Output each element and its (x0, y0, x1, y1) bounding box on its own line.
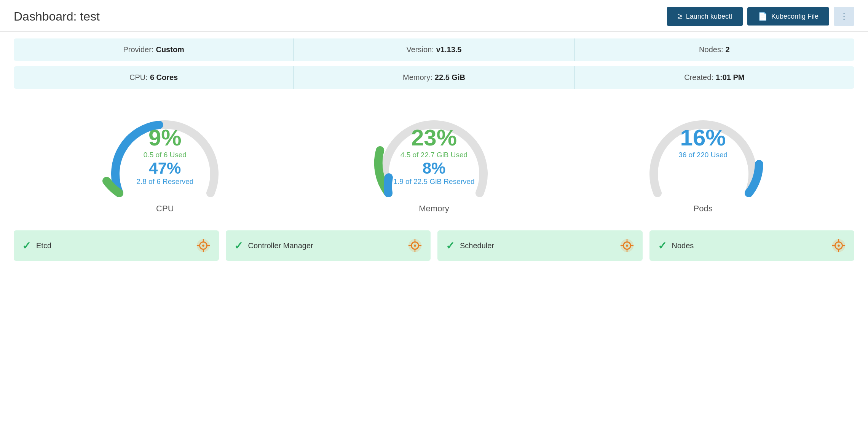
pods-gauge-text: 16% 36 of 220 Used (638, 125, 768, 159)
etcd-check-icon: ✓ (22, 240, 31, 252)
memory-reserved-detail: 1.9 of 22.5 GiB Reserved (369, 177, 499, 186)
svg-point-2 (202, 244, 204, 247)
nodes-grafana-icon (831, 238, 846, 253)
kubeconfig-button[interactable]: 📄 Kubeconfig File (747, 7, 829, 26)
nodes-item: Nodes: 2 (574, 38, 854, 61)
launch-kubectl-button[interactable]: ≥ Launch kubectl (667, 7, 743, 26)
memory-gauge-text: 23% 4.5 of 22.7 GiB Used 8% 1.9 of 22.5 … (369, 125, 499, 186)
controller-manager-label: Controller Manager (248, 241, 403, 250)
cpu-gauge: 9% 0.5 of 6 Used 47% 2.8 of 6 Reserved C… (58, 109, 271, 214)
memory-used-detail: 4.5 of 22.7 GiB Used (369, 151, 499, 159)
created-item: Created: 1:01 PM (574, 66, 854, 89)
cpu-item: CPU: 6 Cores (14, 66, 294, 89)
svg-point-16 (626, 244, 628, 247)
pods-gauge: 16% 36 of 220 Used Pods (597, 109, 810, 214)
controller-manager-grafana-icon (408, 238, 422, 253)
version-item: Version: v1.13.5 (294, 38, 574, 61)
memory-reserved-pct: 8% (369, 159, 499, 177)
pods-used-pct: 16% (638, 125, 768, 151)
info-bar-cluster: Provider: Custom Version: v1.13.5 Nodes:… (14, 38, 854, 61)
ellipsis-icon: ⋮ (840, 11, 848, 21)
status-bar: ✓ Etcd ✓ Controller Manager ✓ Scheduler (0, 230, 868, 261)
nodes-label: Nodes (672, 241, 827, 250)
header: Dashboard: test ≥ Launch kubectl 📄 Kubec… (0, 0, 868, 32)
scheduler-grafana-icon (620, 238, 634, 253)
cpu-used-pct: 9% (100, 125, 230, 151)
status-controller-manager: ✓ Controller Manager (226, 230, 431, 261)
etcd-label: Etcd (36, 241, 191, 250)
provider-item: Provider: Custom (14, 38, 294, 61)
controller-manager-check-icon: ✓ (234, 240, 243, 252)
cpu-used-detail: 0.5 of 6 Used (100, 151, 230, 159)
svg-point-23 (838, 244, 840, 247)
info-bars: Provider: Custom Version: v1.13.5 Nodes:… (0, 32, 868, 89)
etcd-grafana-icon (196, 238, 211, 253)
page-title: Dashboard: test (14, 10, 100, 24)
header-buttons: ≥ Launch kubectl 📄 Kubeconfig File ⋮ (667, 7, 854, 26)
gauges-section: 9% 0.5 of 6 Used 47% 2.8 of 6 Reserved C… (0, 94, 868, 225)
memory-used-pct: 23% (369, 125, 499, 151)
memory-item: Memory: 22.5 GiB (294, 66, 574, 89)
status-etcd: ✓ Etcd (14, 230, 219, 261)
cpu-gauge-text: 9% 0.5 of 6 Used 47% 2.8 of 6 Reserved (100, 125, 230, 186)
memory-gauge: 23% 4.5 of 22.7 GiB Used 8% 1.9 of 22.5 … (327, 109, 541, 214)
file-icon: 📄 (758, 12, 767, 21)
pods-gauge-wrapper: 16% 36 of 220 Used (638, 109, 768, 201)
pods-used-detail: 36 of 220 Used (638, 151, 768, 159)
scheduler-check-icon: ✓ (446, 240, 455, 252)
status-scheduler: ✓ Scheduler (437, 230, 643, 261)
cpu-gauge-wrapper: 9% 0.5 of 6 Used 47% 2.8 of 6 Reserved (100, 109, 230, 201)
cpu-reserved-pct: 47% (100, 159, 230, 177)
cpu-reserved-detail: 2.8 of 6 Reserved (100, 177, 230, 186)
scheduler-label: Scheduler (460, 241, 614, 250)
memory-gauge-wrapper: 23% 4.5 of 22.7 GiB Used 8% 1.9 of 22.5 … (369, 109, 499, 201)
info-bar-resources: CPU: 6 Cores Memory: 22.5 GiB Created: 1… (14, 66, 854, 89)
nodes-check-icon: ✓ (658, 240, 667, 252)
svg-point-9 (414, 244, 416, 247)
status-nodes: ✓ Nodes (649, 230, 855, 261)
more-options-button[interactable]: ⋮ (834, 7, 854, 26)
terminal-icon: ≥ (678, 11, 682, 21)
